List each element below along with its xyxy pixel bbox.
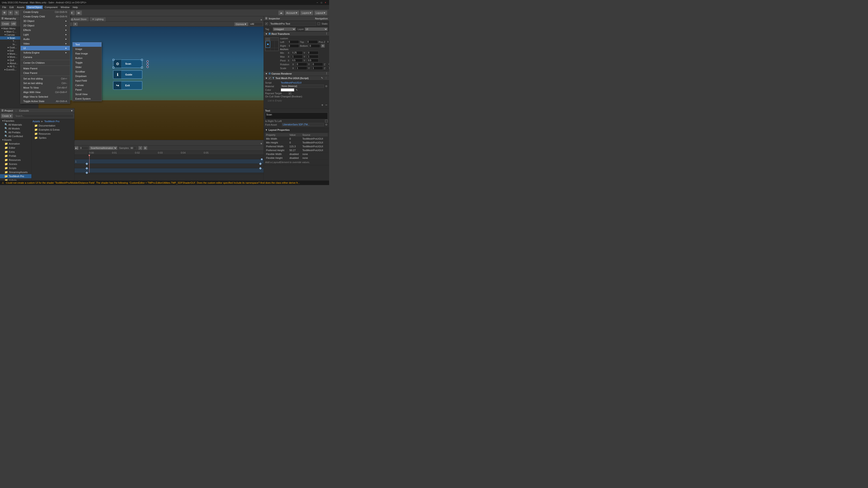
sprites-folder[interactable]: 📁 Sprites — [33, 136, 73, 140]
camera-item[interactable]: Camera — [21, 55, 70, 59]
canvas-renderer-header[interactable]: ▼ ⊙ Canvas Renderer ⋮ — [264, 71, 329, 76]
3d-object-item[interactable]: 3D Object ► — [21, 19, 70, 23]
rot-x-input[interactable] — [296, 63, 307, 66]
align-with-view-item[interactable]: Align With View Ctrl+Shift+F — [21, 90, 70, 94]
textmesh-folder[interactable]: 📂 TextMesh Pro — [0, 174, 31, 178]
streaming-assets-folder[interactable]: 📁 StreamingAssets — [0, 170, 31, 174]
anim-panel-close[interactable]: ▼ — [260, 142, 263, 145]
all-models-item[interactable]: 🔍 All Models — [0, 127, 31, 130]
collab-button[interactable]: ☁ — [278, 10, 284, 15]
create-empty-child-item[interactable]: Create Empty Child Alt+Shift+N — [21, 14, 70, 19]
posz-input[interactable] — [327, 40, 329, 43]
scroll-view-item[interactable]: Scroll View — [72, 92, 101, 96]
text-item[interactable]: Text — [72, 42, 101, 47]
event-system-item[interactable]: Event System — [72, 96, 101, 101]
layer-select[interactable]: UI — [305, 27, 328, 31]
scenes-folder[interactable]: 📁 Scenes — [0, 162, 31, 166]
tab-asset-store[interactable]: ▤ Asset Store — [68, 17, 89, 22]
hand-tool-button[interactable]: ✥ — [2, 10, 7, 15]
material-select-btn[interactable]: ⊙ — [325, 85, 328, 88]
resources-sub-folder[interactable]: 📁 Resources — [33, 132, 73, 136]
list-add-btn[interactable]: + — [321, 103, 324, 107]
scan-button[interactable]: ⊙ Scan — [113, 59, 143, 68]
color-swatch[interactable] — [281, 88, 294, 92]
console-tab-label[interactable]: Console — [19, 109, 29, 112]
align-view-to-selected-item[interactable]: Align View to Selected — [21, 94, 70, 99]
project-search-input[interactable] — [14, 114, 73, 118]
rtl-checkbox[interactable] — [325, 120, 328, 123]
settings-button[interactable]: ⚙ — [143, 146, 147, 150]
raw-image-item[interactable]: Raw Image — [72, 51, 101, 56]
project-panel-close[interactable]: ▼ — [70, 109, 73, 112]
samples-input[interactable] — [130, 147, 136, 150]
toggle-active-item[interactable]: Toggle Active State Alt+Shift+A — [21, 99, 70, 103]
object-active-checkbox[interactable] — [265, 22, 268, 25]
navigation-label[interactable]: Navigation — [315, 17, 328, 20]
all-prefabs-item[interactable]: 🔍 All Prefabs — [0, 130, 31, 134]
go-end-button[interactable]: ►| — [74, 146, 79, 150]
input-field-item[interactable]: Input Field — [72, 78, 101, 83]
doc-folder[interactable]: 📁 Documentation — [33, 124, 73, 128]
effects-item[interactable]: Effects ► — [21, 28, 70, 32]
pivot-y-input[interactable] — [307, 59, 318, 62]
left-input[interactable] — [288, 40, 299, 43]
menu-edit[interactable]: Edit — [8, 5, 15, 9]
favorites-header[interactable]: ▼ Favorites — [0, 119, 31, 123]
project-create-button[interactable]: Create ▼ — [1, 113, 13, 119]
assets-header[interactable]: ▼ Assets — [0, 138, 31, 142]
step-button[interactable]: ⏭ — [76, 10, 82, 15]
audio-item[interactable]: Audio ► — [21, 37, 70, 41]
rect-transform-header[interactable]: ▼ ⊞ Rect Transform ⋮ — [264, 32, 329, 36]
clip-select[interactable]: ScanNormalAnimation — [89, 146, 117, 150]
anchor-grid[interactable] — [265, 37, 279, 51]
move-to-view-item[interactable]: Move To View Ctrl+Alt+F — [21, 86, 70, 90]
scale-y-input[interactable] — [312, 66, 323, 70]
set-first-sibling-item[interactable]: Set as first sibling Ctrl+= — [21, 76, 70, 81]
min-x-input[interactable] — [291, 51, 303, 55]
list-remove-btn[interactable]: − — [325, 103, 328, 107]
menu-help[interactable]: Help — [71, 5, 79, 9]
layout-button[interactable]: Layout ▼ — [314, 10, 327, 15]
resources-folder[interactable]: 📁 Resources — [0, 158, 31, 162]
ui-item[interactable]: UI ► — [21, 46, 70, 51]
canvas-item[interactable]: Canvas — [72, 83, 101, 88]
font-select-btn[interactable]: ⊙ — [325, 123, 328, 126]
center-on-children-item[interactable]: Center On Children — [21, 61, 70, 65]
rect-transform-menu[interactable]: ⋮ — [325, 32, 328, 35]
text-textarea[interactable]: Scan — [265, 112, 328, 119]
script-value[interactable]: TextMeshProUGUI — [281, 81, 302, 84]
scale-x-input[interactable] — [296, 66, 307, 70]
make-parent-item[interactable]: Make Parent — [21, 66, 70, 71]
editor-folder[interactable]: 📁 Editor — [0, 146, 31, 150]
move-tool-button[interactable]: ✛ — [8, 10, 13, 15]
exit-button[interactable]: ↪ Exit — [113, 81, 143, 90]
textmeshpro-settings-btn[interactable]: ⋮ — [324, 76, 328, 79]
scene-search-input[interactable] — [249, 22, 263, 26]
rotate-tool-button[interactable]: ↻ — [14, 10, 19, 15]
extra-folder[interactable]: 📁 Extra — [0, 150, 31, 154]
scripts-folder[interactable]: 📁 Scripts — [0, 166, 31, 170]
max-y-input[interactable] — [307, 55, 318, 58]
color-pick-btn[interactable]: ✎ — [295, 89, 298, 92]
layout-props-header[interactable]: ▼ Layout Properties — [264, 128, 329, 132]
hierarchy-all-button[interactable]: ≡All — [10, 21, 17, 26]
menu-window[interactable]: Window — [59, 5, 71, 9]
layers-button[interactable]: Layers ▼ — [300, 10, 313, 15]
scrollbar-item[interactable]: Scrollbar — [72, 69, 101, 74]
light-item[interactable]: Light ► — [21, 32, 70, 37]
menu-component[interactable]: Component — [43, 5, 59, 9]
raycast-checkbox[interactable] — [289, 92, 291, 95]
menu-assets[interactable]: Assets — [16, 5, 26, 9]
object-name-input[interactable] — [269, 22, 316, 26]
clear-parent-item[interactable]: Clear Parent — [21, 71, 70, 75]
video-item[interactable]: Video ► — [21, 41, 70, 46]
fx-button[interactable]: ✦ — [73, 22, 78, 26]
project-tab-label[interactable]: Project — [4, 109, 13, 112]
account-button[interactable]: Account ▼ — [285, 10, 300, 15]
animation-folder[interactable]: 📁 Animation — [0, 142, 31, 146]
max-x-input[interactable] — [291, 55, 303, 58]
top-input[interactable] — [307, 40, 318, 43]
examples-folder[interactable]: 📁 Examples & Extras — [33, 128, 73, 132]
font-asset-input[interactable] — [282, 123, 324, 126]
menu-gameobject[interactable]: GameObject — [26, 5, 43, 9]
